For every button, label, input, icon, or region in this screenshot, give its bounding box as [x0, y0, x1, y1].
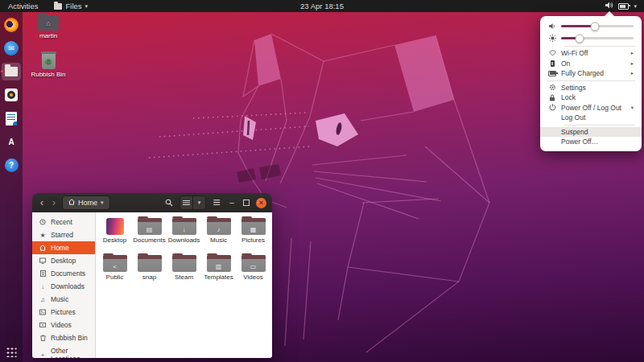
app-menu-button[interactable]: Files ▾: [46, 0, 96, 12]
menu-item-battery[interactable]: Fully Charged ▸: [540, 68, 642, 79]
close-button[interactable]: ×: [256, 198, 266, 208]
activities-button[interactable]: Activities: [0, 0, 46, 12]
location-button[interactable]: Home ▾: [62, 195, 110, 210]
desktop-icon-rubbish-bin[interactable]: ♻ Rubbish Bin: [31, 53, 66, 78]
sidebar-item-downloads[interactable]: ↓ Downloads: [32, 280, 95, 293]
hamburger-icon: ≡: [213, 195, 220, 210]
dock-item-thunderbird[interactable]: ✉: [2, 39, 21, 57]
sidebar-item-label: Documents: [51, 269, 85, 278]
chevron-down-icon: ▾: [198, 200, 201, 206]
file-item-videos[interactable]: ▭ Videos: [236, 255, 270, 292]
menu-item-wifi[interactable]: Wi-Fi Off ▸: [540, 48, 642, 59]
file-item-label: Steam: [175, 274, 193, 282]
sidebar-item-documents[interactable]: Documents: [32, 267, 95, 280]
chevron-down-icon: ▾: [85, 3, 89, 10]
file-item-label: Pictures: [242, 237, 265, 245]
sidebar-item-rubbish-bin[interactable]: Rubbish Bin: [32, 331, 95, 344]
share-emblem-icon: <: [103, 261, 127, 272]
dock-item-rhythmbox[interactable]: [2, 86, 21, 104]
sidebar-item-recent[interactable]: Recent: [32, 216, 95, 228]
sidebar-item-desktop[interactable]: Desktop: [32, 254, 95, 267]
show-applications-button[interactable]: [6, 347, 17, 357]
system-tray-button[interactable]: ▾: [598, 0, 644, 12]
system-menu: Wi-Fi Off ▸ On ▸ Fully Charged ▸ Setting…: [540, 16, 642, 151]
desktop-icon-label: Rubbish Bin: [31, 71, 65, 78]
trash-icon: [39, 335, 47, 341]
video-icon: [39, 322, 47, 328]
menu-item-label: Settings: [561, 84, 634, 92]
menu-item-power-off[interactable]: Power Off…: [540, 137, 642, 147]
menu-item-label: Wi-Fi Off: [561, 49, 626, 57]
menu-item-power-section[interactable]: Power Off / Log Out ▾: [540, 103, 642, 113]
file-item-desktop[interactable]: Desktop: [97, 218, 132, 255]
sidebar-item-label: Videos: [51, 321, 72, 329]
desktop-folder-thumbnail-icon: [106, 218, 124, 235]
file-item-label: Desktop: [103, 237, 126, 245]
desktop-icon: [39, 257, 47, 264]
menu-item-lock[interactable]: Lock: [540, 93, 642, 103]
desktop-icon-label: martin: [39, 32, 57, 39]
documents-emblem-icon: ▤: [138, 224, 162, 235]
file-item-downloads[interactable]: ↓ Downloads: [167, 218, 201, 255]
volume-icon: [605, 2, 613, 10]
dock-item-help[interactable]: ?: [2, 156, 21, 174]
file-item-templates[interactable]: ▥ Templates: [201, 255, 236, 292]
sidebar-item-other-locations[interactable]: + Other Locations: [32, 348, 95, 358]
files-app-icon: [54, 3, 62, 10]
menu-item-bluetooth[interactable]: On ▸: [540, 59, 642, 69]
window-menu-button[interactable]: ≡: [210, 196, 223, 209]
videos-emblem-icon: ▭: [242, 261, 266, 272]
dock-item-files[interactable]: [2, 63, 21, 80]
submenu-arrow-icon: ▸: [631, 50, 634, 56]
search-button[interactable]: [163, 196, 175, 209]
brightness-slider-knob[interactable]: [576, 34, 584, 43]
clock[interactable]: 23 Apr 18:15: [0, 2, 644, 10]
menu-item-log-out[interactable]: Log Out: [540, 113, 642, 123]
sidebar-item-pictures[interactable]: Pictures: [32, 306, 95, 319]
home-icon: [68, 199, 75, 207]
dock-item-firefox[interactable]: [2, 16, 21, 34]
list-view-button[interactable]: [180, 196, 192, 209]
sidebar-item-music[interactable]: ♫ Music: [32, 293, 95, 306]
home-icon: [39, 245, 47, 251]
minimize-button[interactable]: –: [227, 199, 237, 207]
maximize-button[interactable]: [243, 200, 250, 206]
home-emblem-icon: ⌂: [38, 15, 59, 31]
sidebar-item-label: Pictures: [51, 308, 76, 316]
gear-icon: [548, 84, 556, 91]
file-item-pictures[interactable]: ▦ Pictures: [236, 218, 270, 255]
dock-item-libreoffice-writer[interactable]: [2, 109, 21, 127]
file-item-steam[interactable]: Steam: [167, 255, 201, 292]
sidebar-item-home[interactable]: Home: [32, 241, 95, 254]
file-item-label: Templates: [204, 274, 233, 282]
folder-icon: [138, 255, 162, 272]
file-item-documents[interactable]: ▤ Documents: [132, 218, 167, 255]
dock-item-ubuntu-software[interactable]: A: [2, 133, 21, 150]
download-icon: ↓: [39, 283, 47, 290]
menu-item-suspend[interactable]: Suspend: [540, 127, 642, 138]
file-item-snap[interactable]: snap: [132, 255, 167, 292]
volume-slider[interactable]: [561, 25, 634, 27]
forward-button[interactable]: ›: [50, 198, 58, 208]
sidebar-item-videos[interactable]: Videos: [32, 319, 95, 331]
window-header-bar[interactable]: ‹ › Home ▾ ▾ ≡ –: [32, 193, 272, 212]
menu-item-label: Fully Charged: [561, 69, 626, 77]
sidebar-item-starred[interactable]: ★ Starred: [32, 228, 95, 241]
libreoffice-writer-icon: [6, 112, 17, 125]
back-button[interactable]: ‹: [38, 198, 46, 208]
chevron-down-icon: ▾: [101, 200, 104, 206]
lock-icon: [548, 94, 556, 101]
file-item-public[interactable]: < Public: [97, 255, 132, 292]
brightness-slider[interactable]: [561, 37, 634, 39]
desktop-icon-home-folder[interactable]: ⌂ martin: [31, 15, 66, 39]
file-item-music[interactable]: ♪ Music: [201, 218, 236, 255]
home-folder-icon: ⌂: [38, 15, 59, 31]
picture-icon: [39, 309, 47, 315]
bluetooth-device-icon: [548, 60, 556, 67]
help-icon: ?: [5, 158, 19, 172]
sidebar-item-label: Music: [51, 295, 68, 303]
view-options-button[interactable]: ▾: [192, 196, 205, 209]
volume-slider-knob[interactable]: [591, 22, 600, 31]
menu-item-settings[interactable]: Settings: [540, 83, 642, 93]
sidebar-item-label: Rubbish Bin: [51, 334, 88, 342]
